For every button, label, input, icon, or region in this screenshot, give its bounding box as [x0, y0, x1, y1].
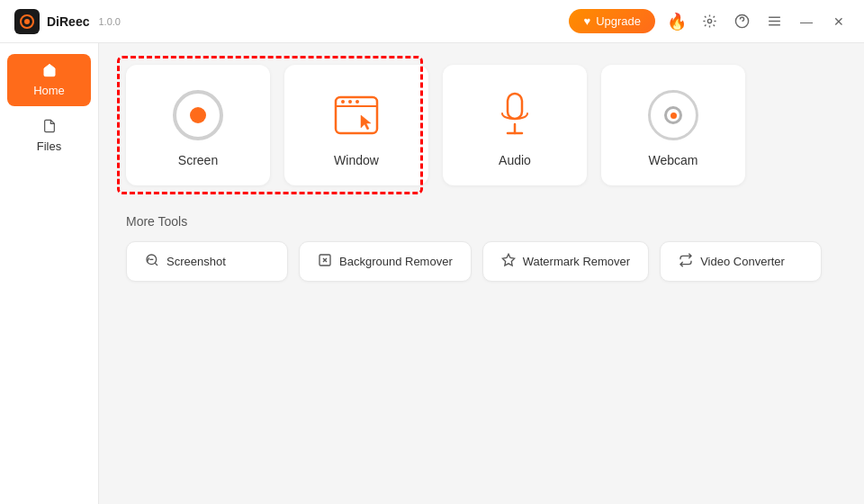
- screenshot-tool-label: Screenshot: [166, 255, 226, 268]
- menu-icon[interactable]: [763, 11, 785, 32]
- app-logo-icon: [14, 9, 40, 34]
- sidebar-item-files[interactable]: Files: [7, 110, 91, 162]
- svg-point-8: [348, 100, 352, 104]
- help-icon[interactable]: [731, 11, 752, 32]
- screenshot-tool-button[interactable]: Screenshot: [126, 241, 288, 282]
- minimize-button[interactable]: —: [796, 11, 817, 32]
- sidebar: Home Files: [0, 43, 99, 504]
- video-converter-icon: [679, 253, 693, 270]
- app-version: 1.0.0: [98, 16, 120, 27]
- webcam-icon: [648, 90, 698, 140]
- content-area: Screen Window: [99, 43, 864, 504]
- window-icon: [331, 90, 382, 140]
- background-remover-icon: [318, 253, 332, 270]
- files-icon: [42, 119, 57, 136]
- svg-rect-10: [508, 94, 522, 119]
- window-mode-card[interactable]: Window: [284, 65, 428, 185]
- title-bar-controls: ♥ Upgrade 🔥 — ✕: [569, 9, 850, 33]
- webcam-label: Webcam: [649, 153, 698, 167]
- svg-marker-18: [502, 254, 514, 266]
- title-bar: DiReec 1.0.0 ♥ Upgrade 🔥: [0, 0, 864, 43]
- upgrade-label: Upgrade: [596, 14, 641, 28]
- audio-icon: [490, 90, 540, 140]
- svg-line-16: [148, 257, 149, 261]
- svg-point-0: [707, 19, 711, 22]
- sidebar-home-label: Home: [33, 84, 65, 97]
- screen-icon-dot: [190, 107, 206, 123]
- sidebar-item-home[interactable]: Home: [7, 54, 91, 106]
- logo-dot: [24, 19, 30, 24]
- webcam-lens: [664, 106, 682, 124]
- app-logo: DiReec 1.0.0: [14, 9, 121, 34]
- tools-grid: Screenshot Background Remover: [126, 241, 837, 282]
- background-remover-button[interactable]: Background Remover: [299, 241, 472, 282]
- window-label: Window: [334, 153, 379, 167]
- sidebar-files-label: Files: [37, 140, 61, 153]
- recording-mode-cards: Screen Window: [126, 65, 837, 185]
- upgrade-button[interactable]: ♥ Upgrade: [569, 9, 655, 33]
- logo-ring: [20, 14, 34, 29]
- screen-icon: [173, 90, 223, 140]
- close-button[interactable]: ✕: [828, 11, 850, 32]
- audio-label: Audio: [499, 153, 531, 167]
- more-tools-section: More Tools Screenshot: [126, 214, 837, 282]
- screen-mode-card[interactable]: Screen: [126, 65, 270, 185]
- home-icon: [42, 63, 57, 80]
- watermark-remover-label: Watermark Remover: [523, 255, 630, 268]
- svg-point-9: [356, 100, 359, 104]
- heart-icon: ♥: [583, 14, 590, 28]
- video-converter-button[interactable]: Video Converter: [660, 241, 822, 282]
- svg-line-14: [155, 263, 158, 266]
- screen-label: Screen: [178, 153, 218, 167]
- screenshot-tool-icon: [145, 253, 159, 270]
- background-remover-label: Background Remover: [339, 255, 453, 268]
- more-tools-title: More Tools: [126, 214, 837, 229]
- flame-icon[interactable]: 🔥: [666, 11, 688, 32]
- main-layout: Home Files Screen: [0, 43, 864, 504]
- watermark-remover-button[interactable]: Watermark Remover: [482, 241, 649, 282]
- settings-icon[interactable]: [698, 11, 720, 32]
- audio-mode-card[interactable]: Audio: [443, 65, 587, 185]
- webcam-mode-card[interactable]: Webcam: [601, 65, 745, 185]
- app-name: DiReec: [47, 14, 89, 29]
- webcam-lens-inner: [670, 112, 677, 119]
- watermark-remover-icon: [501, 253, 516, 270]
- video-converter-label: Video Converter: [700, 255, 785, 268]
- svg-point-7: [341, 100, 345, 104]
